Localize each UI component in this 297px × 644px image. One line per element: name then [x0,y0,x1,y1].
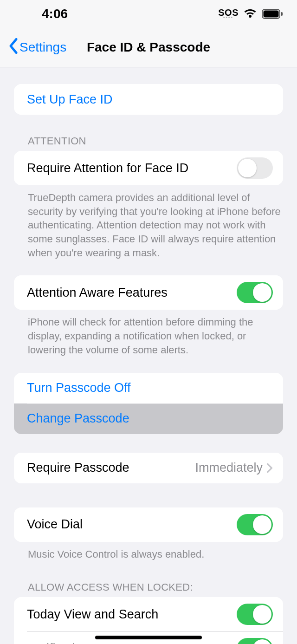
wifi-icon [243,9,257,19]
back-label: Settings [19,40,66,55]
voice-dial-label: Voice Dial [27,517,237,532]
require-passcode-group: Require Passcode Immediately [14,453,283,483]
voice-dial-footer: Music Voice Control is always enabled. [28,547,283,561]
back-button[interactable]: Settings [8,38,66,57]
today-view-label: Today View and Search [27,607,237,622]
status-right: SOS •••• [218,9,283,19]
require-attention-group: Require Attention for Face ID [14,151,283,185]
today-view-toggle[interactable] [237,604,273,625]
require-attention-row[interactable]: Require Attention for Face ID [14,151,283,185]
change-passcode-button[interactable]: Change Passcode [14,403,283,434]
allow-access-header: ALLOW ACCESS WHEN LOCKED: [28,581,283,593]
attention-header: ATTENTION [28,135,283,147]
status-bar: 4:06 SOS •••• [0,0,297,28]
require-passcode-value: Immediately [195,461,263,475]
require-passcode-label: Require Passcode [27,461,195,475]
svg-rect-1 [264,11,279,18]
change-passcode-label: Change Passcode [27,411,273,426]
require-attention-toggle[interactable] [237,157,273,179]
notification-center-toggle[interactable] [237,638,273,644]
require-attention-footer: TrueDepth camera provides an additional … [28,191,283,260]
attention-aware-label: Attention Aware Features [27,286,237,300]
nav-bar: Settings Face ID & Passcode [0,28,297,67]
passcode-actions-group: Turn Passcode Off Change Passcode [14,373,283,434]
setup-group: Set Up Face ID [14,84,283,115]
today-view-row[interactable]: Today View and Search [14,597,283,631]
setup-face-id-label: Set Up Face ID [27,92,273,107]
require-attention-label: Require Attention for Face ID [27,161,237,176]
battery-icon [262,9,283,19]
turn-passcode-off-button[interactable]: Turn Passcode Off [14,373,283,403]
voice-dial-row[interactable]: Voice Dial [14,507,283,542]
turn-passcode-off-label: Turn Passcode Off [27,381,273,395]
chevron-right-icon [266,463,273,473]
chevron-left-icon [8,38,19,57]
voice-dial-group: Voice Dial [14,507,283,542]
content: Set Up Face ID ATTENTION Require Attenti… [0,84,297,644]
home-indicator [95,636,202,639]
setup-face-id-button[interactable]: Set Up Face ID [14,84,283,115]
attention-aware-footer: iPhone will check for attention before d… [28,315,283,357]
require-passcode-row[interactable]: Require Passcode Immediately [14,453,283,483]
notification-center-label: Notification Center [27,642,237,644]
sos-dots: •••• [223,16,233,19]
attention-aware-row[interactable]: Attention Aware Features [14,275,283,310]
status-time: 4:06 [42,7,68,21]
sos-indicator: SOS •••• [218,9,239,19]
attention-aware-group: Attention Aware Features [14,275,283,310]
svg-rect-2 [281,12,283,16]
attention-aware-toggle[interactable] [237,282,273,303]
voice-dial-toggle[interactable] [237,514,273,535]
